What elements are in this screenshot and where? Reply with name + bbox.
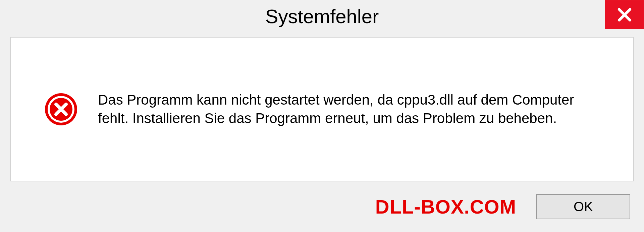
content-box: Das Programm kann nicht gestartet werden… (10, 37, 634, 181)
error-dialog: Systemfehler Das Programm kann nicht ges… (0, 0, 644, 232)
dialog-footer: DLL-BOX.COM OK (0, 191, 644, 232)
close-button[interactable] (605, 0, 644, 29)
dialog-title: Systemfehler (265, 5, 379, 27)
error-icon (44, 93, 78, 126)
ok-button[interactable]: OK (536, 194, 630, 219)
watermark-text: DLL-BOX.COM (375, 195, 516, 218)
titlebar: Systemfehler (0, 0, 644, 37)
error-message: Das Programm kann nicht gestartet werden… (98, 91, 606, 127)
close-icon (616, 7, 633, 23)
